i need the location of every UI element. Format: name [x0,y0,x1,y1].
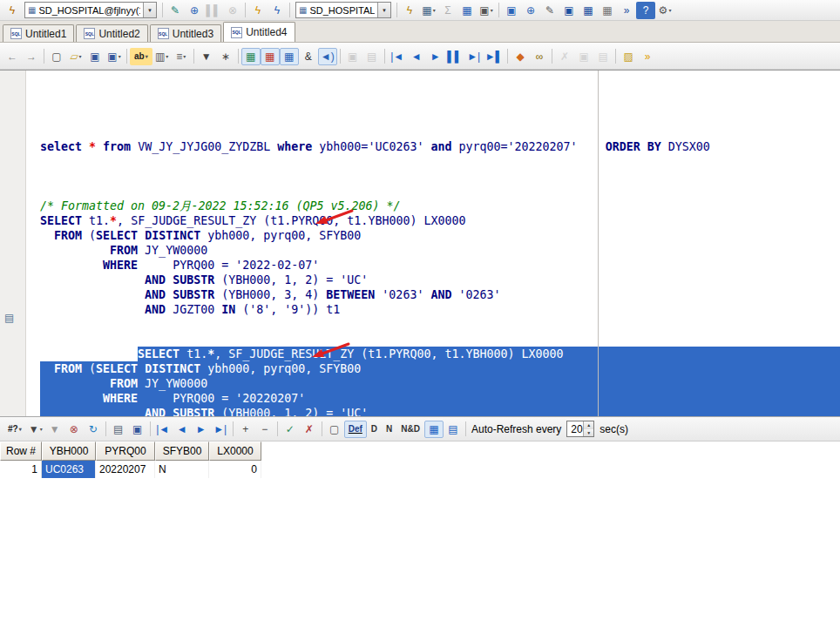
cancel-query-icon[interactable]: ⊗ [64,421,84,438]
editor-line[interactable]: WHERE PYRQ00 = '20220207' [40,391,840,406]
first-row-icon[interactable]: |◄ [388,48,407,65]
data-grid-toggle-icon[interactable]: ▦ [241,48,261,65]
editor-line[interactable] [40,184,840,199]
window-list-icon[interactable]: ▣▾ [477,2,496,19]
fill-icon[interactable]: ▨ [619,48,638,65]
pause-fetch-icon[interactable]: ▌▌ [445,48,464,65]
editor-line[interactable]: AND SUBSTR (YBH000, 1, 2) = 'UC' [40,406,840,416]
tab-untitled3[interactable]: SQLUntitled3 [150,24,221,42]
insert-record-icon[interactable]: + [236,421,255,438]
editor-line[interactable]: FROM JY_YW0000 [40,243,840,258]
editor-line[interactable]: select * from VW_JY_JYJG00_ZYDZBL where … [40,139,840,154]
web-output-icon[interactable]: ⊕ [185,2,204,19]
execute-script-icon[interactable]: ϟ [268,2,287,19]
window-cycle-icon[interactable]: » [617,2,636,19]
dropdown-arrow-icon[interactable]: ▼ [143,3,156,17]
edit-object-icon[interactable]: ✎ [540,2,559,19]
column-header-pyrq00[interactable]: PYRQ00 [96,441,155,461]
cell-sfyb00[interactable]: N [155,461,209,478]
print-grid-icon[interactable]: ▤ [109,421,128,438]
next-row-icon[interactable]: ► [426,48,445,65]
help-icon[interactable]: ? [636,2,655,19]
last-record-icon[interactable]: ►| [211,421,230,438]
editor-line[interactable]: FROM (SELECT DISTINCT ybh000, pyrq00, SF… [40,228,840,243]
wildcard-icon[interactable]: ∗ [216,48,235,65]
format-number-date-button[interactable]: N&D [396,421,424,438]
dbms-output-toggle-icon[interactable]: ◄) [318,48,337,65]
editor-line[interactable]: SELECT t1.*, SF_JUDGE_RESULT_ZY (t1.PYRQ… [40,347,840,361]
connection-combo[interactable]: ▦ SD_HOSPITAL@fjlnyy(1) ▼ [24,2,157,18]
query-stats-toggle-icon[interactable]: ▦ [280,48,299,65]
column-header-ybh000[interactable]: YBH000 [42,441,96,461]
cell-ybh000[interactable]: UC0263 [42,461,96,478]
dropdown-arrow-icon[interactable]: ▼ [377,3,390,17]
editor-line[interactable]: SELECT t1.*, SF_JUDGE_RESULT_ZY (t1.PYRQ… [40,213,840,228]
tab-untitled1[interactable]: SQLUntitled1 [3,24,74,42]
sql-window-icon[interactable]: ▦ [579,2,598,19]
link-icon[interactable]: ∞ [530,48,549,65]
editor-line[interactable] [40,332,840,347]
post-edit-icon[interactable]: ✓ [281,421,300,438]
format-number-button[interactable]: N [382,421,396,438]
column-header-row[interactable]: Row # [0,441,42,461]
row-number-cell[interactable]: 1 [0,461,42,478]
forward-icon[interactable]: → [22,48,41,65]
editor-line[interactable]: WHERE PYRQ00 = '2022-02-07' [40,258,840,273]
report-window-icon[interactable]: ▦ [598,2,617,19]
code-area[interactable]: select * from VW_JY_JYJG00_ZYDZBL where … [26,71,840,416]
refresh-interval-spinner[interactable]: 20 ▲ ▼ [566,421,594,437]
delete-record-icon[interactable]: − [255,421,274,438]
settings-icon[interactable]: ⚙▾ [655,2,674,19]
tab-untitled2[interactable]: SQLUntitled2 [76,24,147,42]
spin-down-icon[interactable]: ▼ [584,429,593,437]
editor-line[interactable]: /* Formatted on 09-2月-2022 15:52:16 (QP5… [40,199,840,213]
table-list-icon[interactable]: ▦ [457,2,477,19]
tab-untitled4[interactable]: SQLUntitled4 [223,22,295,42]
revert-edit-icon[interactable]: ✗ [300,421,319,438]
save-grid-icon[interactable]: ▣ [128,421,147,438]
execute-statement-icon[interactable]: ϟ [248,2,268,19]
spin-up-icon[interactable]: ▲ [584,421,593,429]
browser-icon[interactable]: ⊕ [521,2,540,19]
new-file-icon[interactable]: ▢ [47,48,66,65]
columns-icon[interactable]: ▥▾ [152,48,172,65]
editor-line[interactable] [40,154,840,169]
format-default-button[interactable]: Def [344,421,367,438]
save-file-icon[interactable]: ▣ [85,48,105,65]
record-view-icon[interactable]: ▤ [444,421,463,438]
new-window-icon[interactable]: ▣ [502,2,521,19]
grid-view-icon[interactable]: ▦ [424,421,444,438]
editor-line[interactable]: FROM JY_YW0000 [40,376,840,391]
column-header-lx0000[interactable]: LX0000 [209,441,261,461]
highlight-icon[interactable]: ab▾ [130,48,152,65]
refresh-icon[interactable]: ↻ [84,421,103,438]
next-record-icon[interactable]: ► [192,421,211,438]
editor-line[interactable] [40,169,840,184]
first-record-icon[interactable]: |◄ [153,421,173,438]
selection-mode-icon[interactable]: ▢ [325,421,344,438]
column-header-sfyb00[interactable]: SFYB00 [155,441,209,461]
prev-record-icon[interactable]: ◄ [173,421,192,438]
prev-row-icon[interactable]: ◄ [407,48,426,65]
schema-combo[interactable]: ▦ SD_HOSPITAL ▼ [295,2,391,18]
commit-icon[interactable]: ϟ [400,2,419,19]
editor-line[interactable]: AND SUBSTR (YBH000, 3, 4) BETWEEN '0263'… [40,287,840,302]
remove-filter-icon[interactable]: ▼ [45,421,64,438]
open-file-icon[interactable]: ▱▾ [66,48,85,65]
editor-line[interactable] [40,317,840,332]
save-as-icon[interactable]: ▣▾ [105,48,124,65]
spinner-arrows[interactable]: ▲ ▼ [583,421,593,436]
describe-icon[interactable]: ✎ [166,2,185,19]
gem-icon[interactable]: ◆ [511,48,530,65]
editor-line[interactable]: FROM (SELECT DISTINCT ybh000, pyrq00, SF… [40,361,840,376]
last-row-icon[interactable]: ►| [464,48,484,65]
session-icon[interactable]: ϟ [3,2,22,19]
shortcuts-icon[interactable]: » [638,48,657,65]
back-icon[interactable]: ← [3,48,22,65]
fetch-all-icon[interactable]: ►▌ [484,48,505,65]
editor-line[interactable]: AND SUBSTR (YBH000, 1, 2) = 'UC' [40,273,840,287]
single-record-toggle-icon[interactable]: ▦ [261,48,280,65]
row-limit-icon[interactable]: ▦▾ [419,2,438,19]
cell-pyrq00[interactable]: 20220207 [96,461,155,478]
format-date-button[interactable]: D [367,421,382,438]
